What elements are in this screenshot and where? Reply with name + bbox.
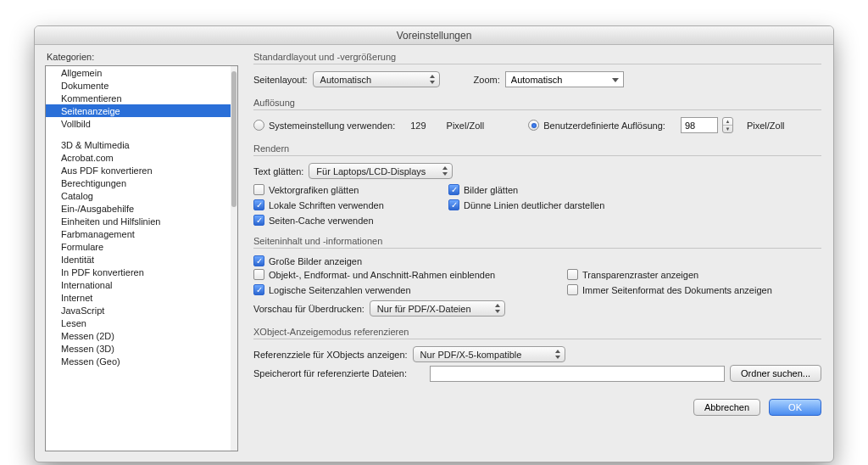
category-listbox[interactable]: AllgemeinDokumenteKommentierenSeitenanze… (45, 65, 238, 451)
category-item[interactable]: Identität (46, 253, 231, 266)
check-thin-lines[interactable]: Dünne Linien deutlicher darstellen (448, 199, 703, 210)
category-item[interactable]: Lesen (46, 317, 231, 329)
resolution-unit-2: Pixel/Zoll (747, 120, 785, 131)
category-item[interactable]: Allgemein (46, 66, 231, 79)
category-item[interactable]: Messen (Geo) (46, 355, 231, 367)
category-item[interactable]: In PDF konvertieren (46, 266, 231, 278)
preferences-window: Voreinstellungen Kategorien: AllgemeinDo… (34, 25, 834, 462)
window-title: Voreinstellungen (35, 26, 833, 45)
category-item[interactable]: Acrobat.com (46, 151, 231, 164)
category-item[interactable]: 3D & Multimedia (46, 138, 231, 151)
zoom-select[interactable]: Automatisch (505, 71, 624, 87)
check-boxes[interactable]: Objekt-, Endformat- und Anschnitt-Rahmen… (253, 269, 559, 280)
category-item[interactable]: Einheiten und Hilfslinien (46, 215, 231, 227)
zoom-label: Zoom: (474, 75, 500, 85)
category-item[interactable]: Messen (3D) (46, 342, 231, 355)
ok-button[interactable]: OK (769, 399, 821, 416)
xobject-location-label: Speicherort für referenzierte Dateien: (253, 368, 425, 378)
category-item[interactable]: Ein-/Ausgabehilfe (46, 202, 231, 215)
category-item[interactable]: Formulare (46, 240, 231, 253)
check-local-fonts[interactable]: Lokale Schriften verwenden (253, 199, 440, 210)
group-content-heading: Seiteninhalt und -informationen (253, 236, 821, 249)
check-logical-pages[interactable]: Logische Seitenzahlen verwenden (253, 284, 559, 295)
system-resolution-value: 129 (410, 120, 426, 131)
smooth-text-select[interactable]: Für Laptops/LCD-Displays (309, 163, 453, 179)
scrollbar-thumb[interactable] (231, 71, 236, 207)
overprint-select[interactable]: Nur für PDF/X-Dateien (370, 300, 505, 317)
page-layout-label: Seitenlayout: (253, 75, 308, 85)
resolution-unit-1: Pixel/Zoll (447, 120, 485, 131)
category-item[interactable]: International (46, 278, 231, 291)
category-item[interactable]: Kommentieren (46, 92, 231, 104)
category-item[interactable]: Farbmanagement (46, 227, 231, 240)
resolution-stepper[interactable]: ▲▼ (722, 117, 733, 133)
cancel-button[interactable]: Abbrechen (693, 399, 760, 416)
group-xobject-heading: XObject-Anzeigemodus referenzieren (253, 327, 821, 339)
category-item[interactable]: Aus PDF konvertieren (46, 164, 231, 176)
group-layout-heading: Standardlayout und -vergrößerung (253, 52, 821, 64)
browse-button[interactable]: Ordner suchen... (730, 365, 821, 382)
custom-resolution-input[interactable] (681, 117, 718, 133)
group-resolution-heading: Auflösung (253, 98, 821, 110)
category-item[interactable]: Berechtigungen (46, 176, 231, 189)
category-item[interactable]: Dokumente (46, 79, 231, 92)
category-item[interactable]: JavaScript (46, 304, 231, 317)
category-item[interactable]: Catalog (46, 189, 231, 202)
category-item[interactable]: Seitenanzeige (46, 104, 231, 117)
category-item[interactable]: Internet (46, 291, 231, 304)
check-images[interactable]: Bilder glätten (448, 184, 703, 195)
check-vector[interactable]: Vektorgrafiken glätten (253, 184, 440, 195)
category-item[interactable]: Messen (2D) (46, 329, 231, 342)
overprint-label: Vorschau für Überdrucken: (253, 304, 364, 314)
category-item[interactable]: Vollbild (46, 117, 231, 130)
sidebar-heading: Kategorien: (47, 52, 238, 62)
check-transparency[interactable]: Transparenzraster anzeigen (567, 269, 821, 280)
sidebar: Kategorien: AllgemeinDokumenteKommentier… (35, 45, 245, 462)
page-layout-select[interactable]: Automatisch (313, 71, 440, 87)
xobject-targets-label: Referenzziele für XObjects anzeigen: (253, 350, 408, 360)
scrollbar-track[interactable] (231, 66, 237, 451)
check-big-images[interactable]: Große Bilder anzeigen (253, 255, 362, 266)
radio-custom-resolution[interactable]: Benutzerdefinierte Auflösung: (528, 120, 665, 131)
xobject-location-input[interactable] (430, 366, 725, 382)
smooth-text-label: Text glätten: (253, 166, 303, 176)
check-always-format[interactable]: Immer Seitenformat des Dokuments anzeige… (567, 284, 821, 295)
xobject-targets-select[interactable]: Nur PDF/X-5-kompatible (413, 346, 565, 362)
radio-system-resolution[interactable]: Systemeinstellung verwenden: (253, 120, 395, 131)
group-render-heading: Rendern (253, 143, 821, 156)
check-page-cache[interactable]: Seiten-Cache verwenden (253, 215, 440, 226)
